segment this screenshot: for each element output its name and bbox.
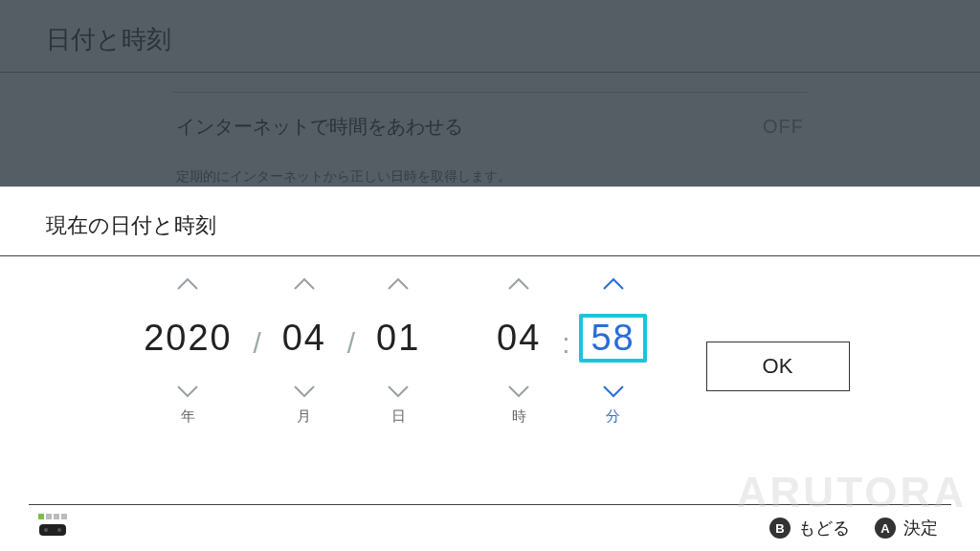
hint-confirm-label: 決定	[903, 517, 938, 540]
date-separator: /	[245, 277, 268, 459]
day-label: 日	[391, 408, 406, 426]
year-label: 年	[181, 408, 195, 426]
svg-point-1	[44, 528, 48, 532]
minute-value: 58	[579, 314, 646, 363]
modal-dim-overlay	[0, 0, 980, 187]
hour-value: 04	[489, 318, 548, 359]
hour-label: 時	[512, 408, 526, 426]
picker-day[interactable]: 01 日	[363, 277, 434, 426]
picker-minute[interactable]: 58 分	[578, 277, 649, 426]
year-value: 2020	[136, 318, 240, 359]
svg-point-2	[57, 528, 61, 532]
chevron-up-icon[interactable]	[602, 277, 625, 291]
b-button-icon: B	[769, 518, 791, 539]
picker-month[interactable]: 04 月	[269, 277, 340, 426]
hint-back-label: もどる	[798, 517, 850, 540]
svg-rect-0	[39, 524, 66, 536]
chevron-up-icon[interactable]	[387, 277, 410, 291]
month-label: 月	[297, 408, 311, 426]
picker-hour[interactable]: 04 時	[483, 277, 554, 426]
chevron-down-icon[interactable]	[507, 385, 530, 398]
chevron-down-icon[interactable]	[293, 385, 316, 398]
chevron-down-icon[interactable]	[602, 385, 625, 398]
controller-status-dots	[38, 514, 67, 519]
chevron-up-icon[interactable]	[176, 277, 199, 291]
footer-bar: B もどる A 決定	[0, 505, 980, 551]
hint-confirm: A 決定	[875, 517, 938, 540]
month-value: 04	[275, 318, 334, 359]
a-button-icon: A	[875, 518, 896, 539]
date-separator: /	[340, 277, 363, 459]
controller-indicator	[38, 514, 67, 542]
datetime-picker: 2020 年 / 04 月 / 01 日 04 時 :	[29, 256, 951, 505]
modal-title: 現在の日付と時刻	[0, 187, 980, 256]
picker-year[interactable]: 2020 年	[130, 277, 245, 426]
datetime-modal: 現在の日付と時刻 2020 年 / 04 月 / 01 日	[0, 187, 980, 551]
chevron-down-icon[interactable]	[387, 385, 410, 398]
controller-icon	[38, 521, 67, 539]
time-separator: :	[554, 277, 577, 459]
day-value: 01	[368, 318, 428, 359]
chevron-up-icon[interactable]	[293, 277, 316, 291]
chevron-down-icon[interactable]	[176, 385, 199, 398]
chevron-up-icon[interactable]	[507, 277, 530, 291]
ok-button[interactable]: OK	[706, 342, 850, 391]
hint-back: B もどる	[769, 517, 850, 540]
minute-label: 分	[606, 408, 620, 426]
